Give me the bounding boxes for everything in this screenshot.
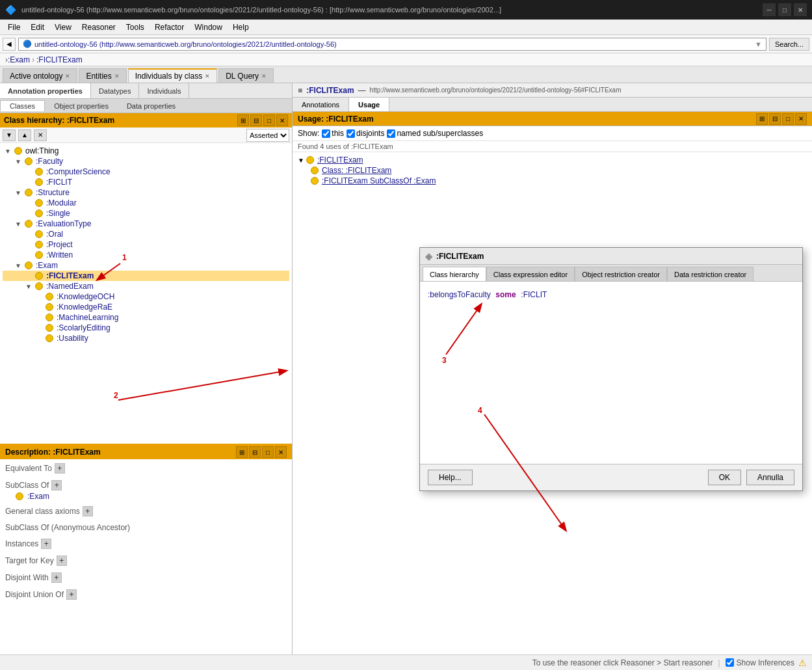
tab-close-dl-query[interactable]: ✕ [261,73,267,79]
tree-node-usability[interactable]: :Usability [3,333,289,343]
breadcrumb-ficlit[interactable]: :FICLITExam [36,55,83,64]
tab-usage[interactable]: Usage [349,98,389,111]
subclass-of-add[interactable]: + [51,480,62,490]
class-label-usability[interactable]: :Usability [57,334,88,343]
tree-node-machinelearning[interactable]: :MachineLearning [3,312,289,323]
tree-toggle-faculty[interactable]: ▼ [15,158,23,165]
class-label-ficlit[interactable]: :FICLIT [46,178,72,187]
tool-btn-1[interactable]: ⊞ [237,114,249,126]
checkbox-named[interactable]: named sub/superclasses [387,129,483,138]
tree-node-evaltype[interactable]: ▼ :EvaluationType [3,219,289,229]
maximize-button[interactable]: □ [778,3,791,16]
ok-button[interactable]: OK [708,470,741,485]
tab-close-entities[interactable]: ✕ [114,73,120,79]
subclass-exam-item[interactable]: :Exam [16,492,287,501]
class-label-evaltype[interactable]: :EvaluationType [36,219,91,228]
sub-tab-data-properties[interactable]: Data properties [118,101,185,111]
panel-tab-datatypes[interactable]: Datatypes [91,83,140,98]
class-label-exam[interactable]: :Exam [36,261,58,270]
class-label-namedexam[interactable]: :NamedExam [46,282,94,291]
check-this[interactable] [322,129,330,138]
usage-toggle[interactable]: ▼ [298,157,304,164]
usage-tool-1[interactable]: ⊞ [756,113,768,125]
panel-tab-individuals[interactable]: Individuals [139,83,189,98]
tab-close-individuals[interactable]: ✕ [205,73,210,79]
class-label-knowledgerae[interactable]: :KnowledgeRaE [57,302,112,312]
desc-tool-1[interactable]: ⊞ [236,446,248,458]
dialog-tab-object-restriction[interactable]: Object restriction creator [575,267,667,281]
tree-node-computerscience[interactable]: :ComputerScience [3,167,289,177]
tree-toggle-owlthing[interactable]: ▼ [5,148,12,155]
class-label-modular[interactable]: :Modular [46,198,77,208]
class-label-oral[interactable]: :Oral [46,230,63,239]
checkbox-disjoints[interactable]: disjoints [347,129,384,138]
minimize-button[interactable]: ─ [763,3,776,16]
dialog-tab-class-hierarchy[interactable]: Class hierarchy [423,267,486,281]
tool-btn-3[interactable]: □ [263,114,275,126]
tab-annotations[interactable]: Annotations [293,98,349,111]
class-label-machinelearning[interactable]: :MachineLearning [57,313,118,322]
disjoint-union-add[interactable]: + [66,589,77,600]
dialog-tab-data-restriction[interactable]: Data restriction creator [667,267,753,281]
desc-tool-3[interactable]: □ [262,446,274,458]
tree-node-namedexam[interactable]: ▼ :NamedExam [3,281,289,291]
sub-tab-object-properties[interactable]: Object properties [45,101,118,111]
entity-name[interactable]: :FICLITExam [306,86,354,95]
class-label-knowledgeoch[interactable]: :KnowledgeOCH [57,292,114,301]
show-inferences-label[interactable]: Show Inferences [726,658,794,667]
checkbox-this[interactable]: this [322,129,344,138]
tree-node-owlthing[interactable]: ▼ owl:Thing [3,146,289,156]
menu-window[interactable]: Window [189,21,228,33]
tab-close-active-ontology[interactable]: ✕ [65,73,70,79]
desc-tool-2[interactable]: ⊟ [249,446,261,458]
close-button[interactable]: ✕ [794,3,807,16]
show-inferences-checkbox[interactable] [726,658,734,667]
cancel-button[interactable]: Annulla [746,470,794,485]
class-label-owlthing[interactable]: owl:Thing [25,146,59,155]
tab-active-ontology[interactable]: Active ontology ✕ [3,68,77,83]
url-dropdown[interactable]: ▼ [755,40,762,48]
tree-node-project[interactable]: :Project [3,239,289,250]
check-named[interactable] [387,129,395,138]
desc-tool-4[interactable]: ✕ [275,446,287,458]
back-button[interactable]: ◀ [3,38,16,51]
menu-tools[interactable]: Tools [121,21,150,33]
menu-help[interactable]: Help [228,21,254,33]
tree-node-scolarlyediting[interactable]: :ScolarlyEditing [3,323,289,333]
menu-reasoner[interactable]: Reasoner [77,21,121,33]
instances-add[interactable]: + [41,539,51,549]
usage-tool-2[interactable]: ⊟ [769,113,781,125]
usage-root-label[interactable]: :FICLITExam [317,155,363,165]
tree-node-ficlitexam[interactable]: :FICLITExam [3,271,289,281]
tree-collapse-btn[interactable]: ▲ [18,129,31,141]
class-label-written[interactable]: :Written [46,250,73,260]
check-disjoints[interactable] [347,129,355,138]
usage-tool-4[interactable]: ✕ [795,113,807,125]
tree-node-faculty[interactable]: ▼ :Faculty [3,156,289,167]
dialog-tab-class-expr[interactable]: Class expression editor [486,267,575,281]
tree-node-written[interactable]: :Written [3,250,289,260]
tree-node-single[interactable]: :Single [3,208,289,219]
panel-tab-annotation[interactable]: Annotation properties [0,83,91,98]
tool-btn-4[interactable]: ✕ [276,114,288,126]
tree-node-knowledgeoch[interactable]: :KnowledgeOCH [3,291,289,302]
tree-search-btn[interactable]: ✕ [34,129,47,141]
tree-node-exam[interactable]: ▼ :Exam [3,260,289,271]
menu-refactor[interactable]: Refactor [150,21,189,33]
tree-node-ficlit[interactable]: :FICLIT [3,177,289,187]
breadcrumb-exam[interactable]: :Exam [8,55,30,64]
class-label-ficlitexam[interactable]: :FICLITExam [46,271,94,280]
usage-subclass-label[interactable]: :FICLITExam SubClassOf :Exam [322,176,436,185]
equivalent-to-add[interactable]: + [55,463,65,474]
target-key-add[interactable]: + [57,556,67,566]
tree-node-structure[interactable]: ▼ :Structure [3,187,289,198]
menu-file[interactable]: File [3,21,25,33]
class-label-structure[interactable]: :Structure [36,188,70,197]
disjoint-with-add[interactable]: + [51,572,62,583]
tool-btn-2[interactable]: ⊟ [250,114,262,126]
tree-expand-btn[interactable]: ▼ [3,129,16,141]
sub-tab-classes[interactable]: Classes [0,100,45,111]
general-axioms-add[interactable]: + [83,506,93,516]
class-label-faculty[interactable]: :Faculty [36,157,63,166]
class-label-cs[interactable]: :ComputerScience [46,167,111,176]
